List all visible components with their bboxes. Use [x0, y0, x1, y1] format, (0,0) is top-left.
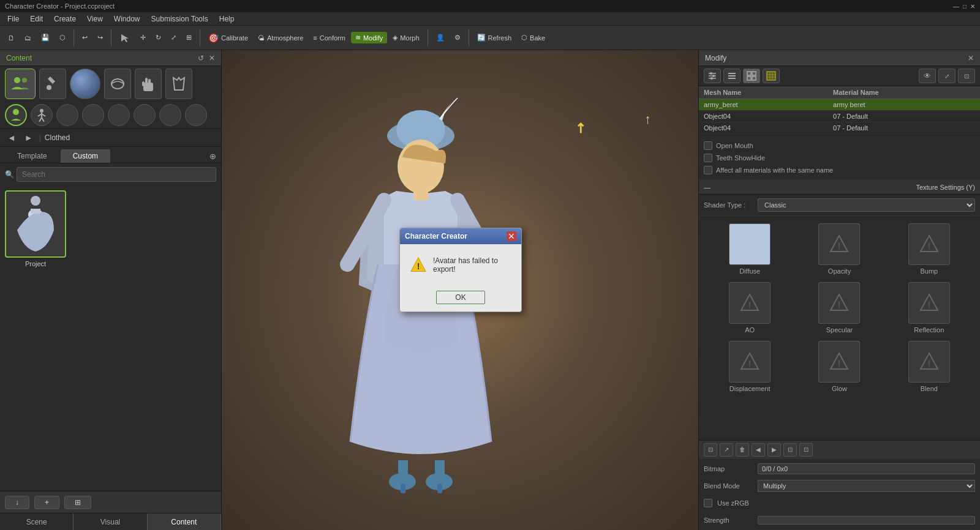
brush-icon-btn[interactable] [39, 69, 66, 99]
material-icon-btn[interactable] [70, 69, 100, 99]
texture-reflection: ! Reflection [888, 282, 970, 334]
view-mode1-btn[interactable]: 👁 [919, 69, 936, 83]
mesh-icon [747, 71, 756, 81]
add-btn[interactable]: + [34, 496, 59, 509]
view-mode3-btn[interactable]: ⊡ [958, 69, 975, 83]
tex-btn3[interactable]: 🗑 [736, 443, 749, 457]
new-file-btn[interactable]: 🗋 [4, 32, 19, 43]
circle1-btn[interactable] [56, 104, 78, 126]
modify-tool2-btn[interactable] [723, 69, 741, 83]
reflection-thumb[interactable]: ! [908, 282, 950, 324]
tex-btn4[interactable]: ◀ [752, 443, 765, 457]
shader-type-select[interactable]: Classic PBR Unlit [758, 198, 975, 212]
modify-tool3-btn[interactable] [743, 69, 760, 83]
bake-btn[interactable]: ⬡ Bake [517, 32, 549, 43]
search-input[interactable] [17, 167, 216, 182]
tabs-options-btn[interactable]: ⊕ [209, 149, 216, 163]
open-mouth-checkbox[interactable] [704, 141, 712, 150]
close-content-btn[interactable]: ✕ [209, 54, 215, 62]
circle5-btn[interactable] [159, 104, 181, 126]
scene-tab-scene[interactable]: Scene [0, 513, 74, 530]
save-btn[interactable]: 💾 [37, 32, 54, 43]
pose-small-btn[interactable] [31, 104, 53, 126]
maximize-btn[interactable]: □ [963, 3, 967, 10]
snap-btn[interactable]: ⊞ [182, 32, 196, 43]
menu-submission-tools[interactable]: Submission Tools [146, 13, 213, 24]
hand-icon-btn[interactable] [135, 69, 162, 99]
menu-window[interactable]: Window [109, 13, 145, 24]
dialog-close-btn[interactable]: ✕ [507, 231, 516, 241]
download-btn[interactable]: ↓ [5, 496, 29, 509]
specular-thumb[interactable]: ! [818, 282, 860, 324]
close-modify-btn[interactable]: ✕ [968, 54, 974, 62]
tex-btn5[interactable]: ▶ [767, 443, 781, 457]
menu-edit[interactable]: Edit [25, 13, 48, 24]
conform-btn[interactable]: ≡ Conform [309, 32, 350, 43]
people-icon-btn[interactable] [5, 69, 36, 99]
table-row[interactable]: army_beret army beret [699, 99, 980, 111]
gear-btn[interactable]: ⚙ [450, 32, 465, 43]
view-mode2-btn[interactable]: ⤢ [938, 69, 956, 83]
list-item[interactable]: Project [5, 190, 66, 267]
tab-template[interactable]: Template [5, 149, 59, 163]
diffuse-thumb[interactable] [729, 223, 771, 265]
strength-slider[interactable] [758, 516, 975, 524]
close-btn[interactable]: ✕ [970, 3, 975, 10]
rotate-btn[interactable]: ↻ [151, 32, 165, 43]
tex-btn2[interactable]: ↗ [720, 443, 733, 457]
texture-collapse-btn[interactable]: — [704, 184, 710, 191]
modify-tool4-btn[interactable] [763, 69, 780, 83]
modify-tool1-btn[interactable] [704, 69, 721, 83]
menu-create[interactable]: Create [49, 13, 81, 24]
use-pbr-checkbox[interactable] [704, 499, 712, 507]
circle6-btn[interactable] [185, 104, 207, 126]
affect-all-materials-checkbox[interactable] [704, 166, 712, 174]
tex-btn1[interactable]: ⊡ [704, 443, 717, 457]
morph-btn[interactable]: ◈ Morph [388, 32, 423, 43]
avatar-small-btn[interactable] [5, 104, 27, 126]
scale-btn[interactable]: ⤢ [167, 32, 181, 43]
teeth-showhide-checkbox[interactable] [704, 154, 712, 162]
redo-btn[interactable]: ↪ [93, 32, 107, 43]
blend-mode-select[interactable]: Multiply Normal Additive [758, 480, 975, 492]
scene-tab-content[interactable]: Content [148, 513, 221, 530]
table-row[interactable]: Object04 07 - Default [699, 122, 980, 134]
title-bar-controls[interactable]: — □ ✕ [953, 3, 975, 10]
export-btn[interactable]: ⬡ [55, 32, 70, 43]
circle2-btn[interactable] [82, 104, 104, 126]
bump-thumb[interactable]: ! [908, 223, 950, 265]
tex-btn7[interactable]: ⊡ [799, 443, 813, 457]
avatar-btn[interactable]: 👤 [432, 32, 449, 43]
move-btn[interactable]: ✛ [136, 32, 150, 43]
refresh-content-btn[interactable]: ↺ [198, 54, 204, 62]
opacity-thumb[interactable]: ! [818, 223, 860, 265]
menu-help[interactable]: Help [214, 13, 239, 24]
minimize-btn[interactable]: — [953, 3, 959, 10]
nav-back-btn[interactable]: ◄ [5, 132, 18, 144]
grid-btn[interactable]: ⊞ [64, 496, 91, 509]
undo-btn[interactable]: ↩ [78, 32, 92, 43]
tab-custom[interactable]: Custom [61, 149, 110, 163]
refresh-btn[interactable]: 🔄 Refresh [473, 32, 516, 43]
select-btn[interactable] [115, 31, 135, 45]
dialog-ok-btn[interactable]: OK [436, 291, 484, 304]
menu-view[interactable]: View [82, 13, 108, 24]
circle4-btn[interactable] [134, 104, 156, 126]
cloth-icon-btn[interactable] [165, 69, 192, 99]
modify-btn[interactable]: ≋ Modify [351, 32, 387, 43]
circle3-btn[interactable] [108, 104, 130, 126]
glow-thumb[interactable]: ! [818, 341, 860, 383]
ao-thumb[interactable]: ! [729, 282, 771, 324]
tex-btn6[interactable]: ⊡ [783, 443, 797, 457]
open-file-btn[interactable]: 🗂 [20, 32, 36, 43]
nav-forward-btn[interactable]: ► [22, 132, 36, 144]
displacement-thumb[interactable]: ! [729, 341, 771, 383]
table-row[interactable]: Object04 07 - Default [699, 111, 980, 122]
scene-tab-visual[interactable]: Visual [74, 513, 147, 530]
atmosphere-btn[interactable]: 🌤 Atmosphere [254, 32, 307, 43]
menu-file[interactable]: File [2, 13, 24, 24]
calibrate-btn[interactable]: 🎯 Calibrate [204, 31, 252, 45]
blend-thumb[interactable]: ! [908, 341, 950, 383]
shape-icon-btn[interactable] [104, 69, 131, 99]
svg-rect-37 [728, 75, 736, 77]
